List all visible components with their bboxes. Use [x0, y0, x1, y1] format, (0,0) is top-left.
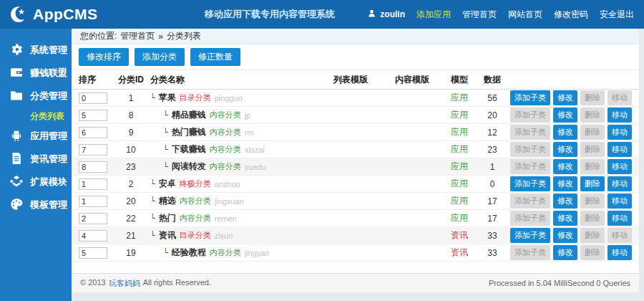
edit-button[interactable]: 修改	[553, 125, 577, 140]
sidebar-item-categories[interactable]: 分类管理	[0, 85, 72, 108]
category-id: 19	[116, 248, 146, 258]
nav-add-app[interactable]: 添加应用	[416, 9, 451, 21]
fix-count-button[interactable]: 修正数量	[190, 48, 240, 66]
edit-button[interactable]: 修改	[553, 108, 577, 123]
add-category-button[interactable]: 添加分类	[135, 48, 185, 66]
category-name-cell: └ 下载赚钱 内容分类 xiazai	[146, 143, 320, 156]
edit-button[interactable]: 修改	[553, 194, 577, 209]
row-actions: 添加子类 修改 删除 移动	[509, 159, 632, 174]
user-menu[interactable]: zoulin	[367, 9, 405, 20]
category-name: 资讯	[159, 229, 176, 242]
row-actions: 添加子类 修改 删除 移动	[509, 176, 632, 191]
copyright-link[interactable]: 玩客妈妈	[109, 278, 140, 289]
category-type-label: 内容分类	[210, 144, 241, 155]
row-actions: 添加子类 修改 删除 移动	[509, 125, 632, 140]
sidebar-item-apps[interactable]: 应用管理	[0, 125, 72, 148]
tree-branch-icon: └	[163, 248, 168, 257]
sort-input[interactable]	[79, 213, 107, 224]
sort-input[interactable]	[79, 230, 107, 242]
edit-button[interactable]: 修改	[553, 142, 577, 157]
add-child-button[interactable]: 添加子类	[510, 228, 550, 243]
sort-input[interactable]	[79, 110, 107, 121]
edit-button[interactable]: 修改	[553, 176, 577, 191]
move-button[interactable]: 移动	[608, 194, 632, 209]
tree-branch-icon: └	[163, 110, 168, 120]
sort-input[interactable]	[79, 127, 107, 138]
sort-input[interactable]	[79, 196, 107, 207]
table-header: 排序 分类ID 分类名称 列表模版 内容模版 模型 数据	[72, 70, 639, 90]
nav-logout[interactable]: 安全退出	[600, 9, 634, 21]
category-name: 热门	[159, 212, 176, 224]
sidebar-item-label: 赚钱联盟	[30, 67, 67, 80]
move-button[interactable]: 移动	[608, 211, 632, 226]
model-label: 应用	[443, 161, 476, 173]
category-pinyin: jingxuan	[215, 197, 244, 206]
category-id: 10	[116, 145, 146, 155]
category-pinyin: xiazai	[245, 145, 265, 154]
move-button[interactable]: 移动	[608, 108, 632, 123]
move-button[interactable]: 移动	[608, 142, 632, 157]
page-footer: © 2013 玩客妈妈 All rights Reserved. Process…	[72, 273, 639, 292]
wallet-icon	[9, 65, 24, 82]
column-header-id: 分类ID	[116, 74, 146, 86]
tree-branch-icon: └	[163, 162, 168, 171]
move-button[interactable]: 移动	[608, 125, 632, 140]
sidebar-item-money-alliance[interactable]: 赚钱联盟	[0, 62, 72, 85]
category-name: 热门赚钱	[172, 126, 206, 138]
data-count: 0	[476, 179, 509, 189]
breadcrumb-home-link[interactable]: 管理首页	[120, 30, 155, 42]
edit-button[interactable]: 修改	[553, 90, 577, 105]
category-id: 21	[116, 231, 146, 241]
sort-input[interactable]	[79, 144, 107, 156]
column-header-sort: 排序	[79, 74, 116, 86]
edit-button[interactable]: 修改	[553, 159, 577, 174]
data-count: 33	[476, 231, 509, 241]
move-button[interactable]: 移动	[608, 159, 632, 174]
move-button[interactable]: 移动	[608, 176, 632, 191]
column-header-data: 数据	[476, 74, 509, 86]
breadcrumb-prefix: 您的位置:	[80, 30, 117, 42]
sidebar-subitem-category-list[interactable]: 分类列表	[0, 108, 72, 125]
sort-input[interactable]	[79, 161, 107, 173]
app-subtitle: 移动应用下载专用内容管理系统	[205, 8, 335, 21]
sort-input[interactable]	[79, 178, 107, 190]
copyright-prefix: © 2013	[80, 278, 106, 289]
tree-branch-icon: └	[150, 231, 155, 240]
sort-input[interactable]	[79, 247, 107, 259]
sidebar-item-extensions[interactable]: 扩展模块	[0, 171, 72, 194]
appcms-crescent-logo-icon: ★	[10, 5, 29, 24]
edit-button[interactable]: 修改	[553, 228, 577, 243]
add-child-button: 添加子类	[510, 159, 550, 174]
category-pinyin: rm	[245, 128, 254, 137]
breadcrumb-current: 分类列表	[167, 30, 201, 42]
sort-input[interactable]	[79, 92, 107, 104]
model-label: 应用	[443, 126, 476, 138]
edit-button[interactable]: 修改	[553, 245, 577, 260]
category-type-label: 内容分类	[210, 110, 241, 120]
category-type-label: 内容分类	[210, 161, 241, 172]
sidebar-item-templates[interactable]: 模板管理	[0, 194, 72, 216]
app-title: AppCMS	[33, 6, 98, 23]
category-name: 安卓	[159, 178, 176, 190]
sidebar-item-news[interactable]: 资讯管理	[0, 148, 72, 171]
category-type-label: 终极分类	[180, 178, 211, 189]
delete-button[interactable]: 删除	[580, 176, 605, 191]
tree-branch-icon: └	[163, 145, 168, 154]
delete-button: 删除	[580, 90, 605, 105]
add-child-button[interactable]: 添加子类	[510, 90, 550, 105]
category-name-cell: └ 热门赚钱 内容分类 rm	[146, 126, 320, 138]
username: zoulin	[380, 9, 405, 19]
delete-button: 删除	[580, 211, 605, 226]
nav-change-password[interactable]: 修改密码	[554, 9, 588, 21]
move-button[interactable]: 移动	[608, 245, 632, 260]
sidebar-item-system[interactable]: 系统管理	[0, 39, 72, 62]
delete-button: 删除	[580, 108, 605, 123]
tree-branch-icon: └	[150, 214, 155, 223]
nav-site-home[interactable]: 网站首页	[508, 9, 542, 21]
nav-admin-home[interactable]: 管理首页	[462, 9, 497, 21]
folder-icon	[9, 88, 24, 105]
table-row: 19 └ 经验教程 内容分类 jingyan 资讯 33 添加子类 修改 删除 …	[72, 244, 639, 262]
add-child-button[interactable]: 添加子类	[510, 176, 550, 191]
edit-button[interactable]: 修改	[553, 211, 577, 226]
edit-sort-button[interactable]: 修改排序	[79, 48, 129, 66]
